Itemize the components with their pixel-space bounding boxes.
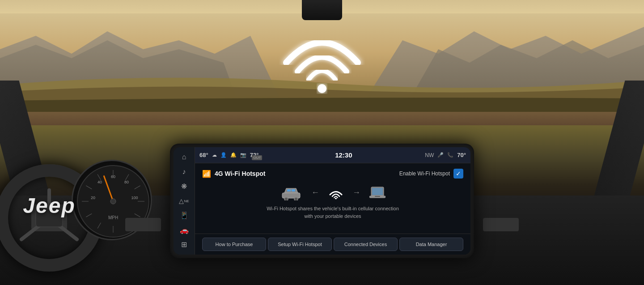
temp-out-wrapper: 72° OUT — [250, 152, 259, 158]
arrow-right-icon: → — [352, 188, 360, 197]
enable-hotspot-checkbox[interactable]: ✓ — [453, 169, 463, 179]
jeep-badge: Jeep — [4, 193, 94, 218]
left-vent — [125, 218, 161, 231]
outside-temp-value: 68° — [199, 152, 208, 158]
svg-text:40: 40 — [97, 180, 102, 184]
jeep-car-diagram-icon — [280, 185, 302, 200]
nav-car-icon[interactable]: 🚗 — [176, 224, 192, 237]
jeep-logo-text: Jeep — [23, 194, 75, 217]
data-manager-button[interactable]: Data Manager — [399, 238, 463, 251]
svg-rect-31 — [292, 189, 295, 191]
status-phone-icon: 📞 — [447, 152, 453, 158]
svg-rect-27 — [282, 193, 300, 198]
nav-phone-icon[interactable]: 📱 — [176, 209, 192, 222]
rearview-mirror — [302, 0, 342, 20]
infotainment-screen: ⌂ ♪ ❋ △NE 📱 🚗 ⊞ 68° ☁ 👤 🔔 📷 — [174, 147, 470, 255]
wifi-header-row: 📶 4G Wi-Fi Hotspot Enable Wi-Fi Hotspot … — [202, 169, 463, 179]
svg-point-29 — [294, 197, 298, 200]
description-line2: with your portable devices — [202, 213, 463, 220]
nav-apps-icon[interactable]: ❋ — [176, 180, 192, 193]
main-panel: 68° ☁ 👤 🔔 📷 72° OUT 12:30 NW 🎤 📞 70° — [195, 147, 470, 255]
status-camera-icon: 📷 — [240, 152, 246, 158]
wifi-panel-title: 4G Wi-Fi Hotspot — [215, 170, 265, 177]
status-person-icon: 👤 — [220, 152, 227, 158]
description-line1: Wi-Fi Hotspot shares the vehicle's built… — [202, 205, 463, 213]
svg-text:60: 60 — [111, 174, 115, 179]
infotainment-container: ⌂ ♪ ❋ △NE 📱 🚗 ⊞ 68° ☁ 👤 🔔 📷 — [170, 144, 474, 258]
out-badge: OUT — [252, 155, 262, 160]
wifi-overlay-icon — [273, 9, 371, 98]
laptop-diagram-icon — [369, 186, 386, 200]
status-bell-icon: 🔔 — [230, 152, 237, 158]
right-vent — [483, 218, 519, 231]
nav-music-icon[interactable]: ♪ — [176, 166, 192, 179]
status-cloud-icon: ☁ — [212, 152, 217, 158]
enable-hotspot-label: Enable Wi-Fi Hotspot — [399, 170, 450, 177]
infotainment-bezel: ⌂ ♪ ❋ △NE 📱 🚗 ⊞ 68° ☁ 👤 🔔 📷 — [170, 144, 474, 258]
current-time: 12:30 — [335, 151, 352, 159]
temp-outside: 68° — [199, 152, 208, 158]
svg-point-16 — [110, 199, 116, 204]
svg-text:MPH: MPH — [108, 215, 118, 220]
wifi-icon: 📶 — [202, 170, 211, 178]
arrow-left-icon: ← — [311, 188, 319, 197]
svg-point-28 — [284, 197, 288, 200]
svg-point-1 — [318, 84, 326, 93]
wifi-signal-diagram-icon — [328, 187, 343, 199]
svg-point-32 — [335, 198, 337, 199]
nav-grid-icon[interactable]: ⊞ — [176, 238, 192, 251]
how-to-purchase-button[interactable]: How to Purchase — [202, 238, 266, 251]
connected-devices-button[interactable]: Connected Devices — [334, 238, 398, 251]
svg-rect-30 — [287, 189, 291, 191]
nav-navigation-icon[interactable]: △NE — [176, 195, 192, 208]
status-bar: 68° ☁ 👤 🔔 📷 72° OUT 12:30 NW 🎤 📞 70° — [195, 147, 470, 163]
status-mic-icon: 🎤 — [437, 152, 444, 158]
wifi-content-area: 📶 4G Wi-Fi Hotspot Enable Wi-Fi Hotspot … — [195, 163, 470, 234]
right-temp-value: 70° — [457, 152, 466, 158]
nav-bar: ⌂ ♪ ❋ △NE 📱 🚗 ⊞ — [174, 147, 195, 255]
hotspot-diagram: ← → — [202, 185, 463, 200]
steering-wheel-area: Jeep — [9, 133, 125, 276]
nav-home-icon[interactable]: ⌂ — [176, 151, 192, 164]
enable-hotspot-group[interactable]: Enable Wi-Fi Hotspot ✓ — [399, 169, 463, 179]
setup-wifi-hotspot-button[interactable]: Setup Wi-Fi Hotspot — [268, 238, 332, 251]
compass-direction: NW — [425, 152, 434, 158]
wifi-title-group: 📶 4G Wi-Fi Hotspot — [202, 170, 265, 178]
svg-text:100: 100 — [131, 196, 138, 200]
svg-rect-36 — [375, 196, 380, 197]
svg-text:80: 80 — [124, 180, 129, 184]
hotspot-description: Wi-Fi Hotspot shares the vehicle's built… — [202, 205, 463, 220]
svg-rect-34 — [372, 188, 383, 195]
bottom-action-buttons: How to Purchase Setup Wi-Fi Hotspot Conn… — [195, 234, 470, 255]
